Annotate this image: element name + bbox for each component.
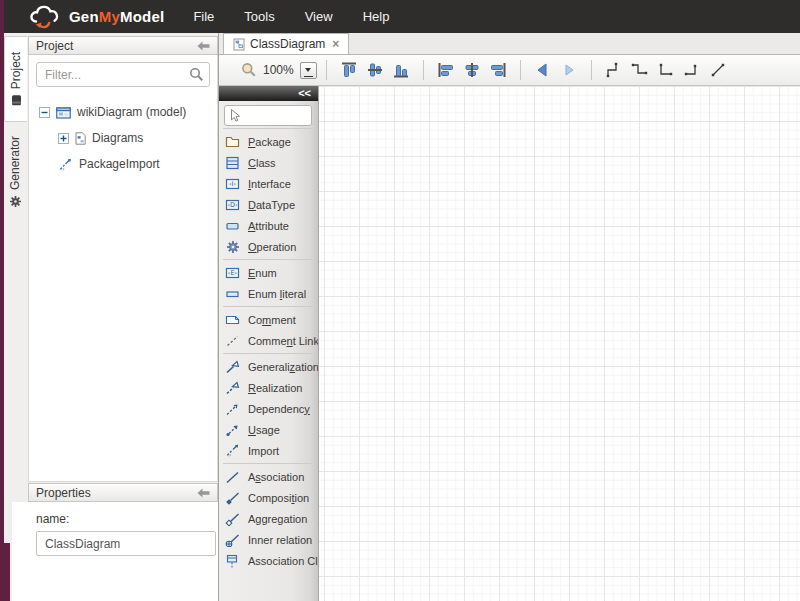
diagram-toolbar: 100%	[219, 55, 800, 86]
menu-view[interactable]: View	[290, 9, 348, 24]
menu-help[interactable]: Help	[348, 9, 405, 24]
filter-input[interactable]	[36, 62, 210, 87]
usage-icon	[225, 423, 240, 437]
align-middle-button[interactable]	[363, 58, 387, 82]
name-input[interactable]	[36, 531, 216, 556]
tree-item-label: PackageImport	[79, 157, 160, 171]
palette-item-enum-literal[interactable]: Enum literal	[219, 283, 318, 304]
operation-icon	[225, 240, 240, 254]
palette-separator	[223, 128, 312, 129]
zoom-icon	[241, 62, 257, 78]
palette-item-association-class[interactable]: Association Cl...	[219, 550, 318, 571]
palette-item-class[interactable]: Class	[219, 152, 318, 173]
class-icon	[225, 156, 240, 170]
properties-panel-title: Properties	[36, 486, 197, 500]
align-right-button[interactable]	[486, 58, 510, 82]
palette-collapse-button[interactable]: <<	[298, 87, 311, 99]
align-bottom-icon	[392, 61, 410, 79]
palette-item-comment[interactable]: Comment	[219, 309, 318, 330]
palette-item-generalization[interactable]: Generalization	[219, 356, 318, 377]
flip-left-button[interactable]	[531, 58, 555, 82]
route-zigzag-icon	[631, 62, 649, 78]
svg-text:‹I›: ‹I›	[229, 180, 237, 188]
palette-item-operation[interactable]: Operation	[219, 236, 318, 257]
window-edge-accent	[0, 0, 4, 601]
realization-icon	[225, 381, 240, 395]
palette-item-aggregation[interactable]: Aggregation	[219, 508, 318, 529]
topbar: GenMyModel File Tools View Help	[0, 0, 800, 33]
project-panel-header: Project	[28, 36, 218, 55]
diagram-area: ClassDiagram × 100%	[218, 33, 800, 601]
tree-item-wikidiagram[interactable]: wikiDiagram (model)	[29, 99, 217, 125]
properties-panel-header: Properties	[28, 483, 218, 502]
package-icon	[225, 135, 240, 148]
route-straight-icon	[709, 62, 727, 78]
attribute-icon	[225, 219, 240, 233]
palette-item-usage[interactable]: Usage	[219, 419, 318, 440]
search-icon	[189, 67, 204, 82]
route-straight-button[interactable]	[706, 58, 730, 82]
palette-item-association[interactable]: Association	[219, 466, 318, 487]
collapse-panel-icon[interactable]	[197, 41, 210, 51]
palette-separator	[223, 306, 312, 307]
palette-item-inner-relation[interactable]: Inner relation	[219, 529, 318, 550]
enum-literal-icon	[225, 287, 240, 301]
palette-item-attribute[interactable]: Attribute	[219, 215, 318, 236]
palette-item-realization[interactable]: Realization	[219, 377, 318, 398]
align-bottom-button[interactable]	[389, 58, 413, 82]
expand-expander-icon[interactable]	[58, 133, 69, 144]
rail-tab-project[interactable]: Project	[4, 36, 27, 122]
tree-item-packageimport[interactable]: ‹› PackageImport	[29, 151, 217, 177]
palette-item-import[interactable]: ‹› Import	[219, 440, 318, 461]
collapse-panel-icon[interactable]	[197, 488, 210, 498]
tree-item-diagrams[interactable]: Diagrams	[29, 125, 217, 151]
palette-item-datatype[interactable]: ‹D› DataType	[219, 194, 318, 215]
collapse-expander-icon[interactable]	[39, 107, 50, 118]
svg-text:‹E›: ‹E›	[228, 269, 238, 277]
palette-item-dependency[interactable]: Dependency	[219, 398, 318, 419]
gear-icon	[9, 195, 22, 208]
align-right-icon	[489, 61, 507, 79]
palette-item-enum[interactable]: ‹E› Enum	[219, 262, 318, 283]
menu-file[interactable]: File	[178, 9, 229, 24]
route-zigzag-button[interactable]	[628, 58, 652, 82]
project-panel-body: wikiDiagram (model)	[28, 55, 218, 482]
cursor-icon	[228, 108, 241, 123]
palette-header: <<	[219, 86, 318, 101]
zoom-dropdown-button[interactable]	[300, 62, 317, 79]
doc-tab-classdiagram[interactable]: ClassDiagram ×	[223, 33, 349, 54]
package-import-icon: ‹›	[58, 158, 73, 171]
menubar: File Tools View Help	[178, 9, 404, 24]
rail-tab-generator[interactable]: Generator	[4, 124, 26, 220]
palette-item-comment-link[interactable]: Comment Link	[219, 330, 318, 351]
association-class-icon	[225, 554, 240, 568]
route-corner-up-button[interactable]	[680, 58, 704, 82]
palette-separator	[223, 353, 312, 354]
palette-item-composition[interactable]: Composition	[219, 487, 318, 508]
align-top-button[interactable]	[337, 58, 361, 82]
route-corner-button[interactable]	[654, 58, 678, 82]
generalization-icon	[225, 360, 240, 374]
menu-tools[interactable]: Tools	[229, 9, 289, 24]
book-icon	[11, 94, 22, 106]
genmymodel-logo-icon	[26, 5, 62, 29]
composition-icon	[225, 491, 240, 505]
align-center-button[interactable]	[460, 58, 484, 82]
palette-item-interface[interactable]: ‹I› Interface	[219, 173, 318, 194]
rail-tab-label: Project	[9, 52, 23, 89]
diagram-page-icon	[75, 132, 86, 145]
align-middle-icon	[366, 61, 384, 79]
select-tool-button[interactable]	[224, 105, 312, 126]
flip-right-button[interactable]	[557, 58, 581, 82]
palette-separator	[223, 463, 312, 464]
close-tab-icon[interactable]: ×	[332, 37, 339, 51]
window-edge-accent-bottom	[0, 543, 10, 601]
interface-icon: ‹I›	[225, 177, 240, 191]
tree-item-label: Diagrams	[92, 131, 143, 145]
align-top-icon	[340, 61, 358, 79]
route-elbow-button[interactable]	[602, 58, 626, 82]
palette-item-package[interactable]: Package	[219, 131, 318, 152]
zoom-control: 100%	[241, 62, 317, 79]
align-left-button[interactable]	[434, 58, 458, 82]
datatype-icon: ‹D›	[225, 198, 240, 212]
